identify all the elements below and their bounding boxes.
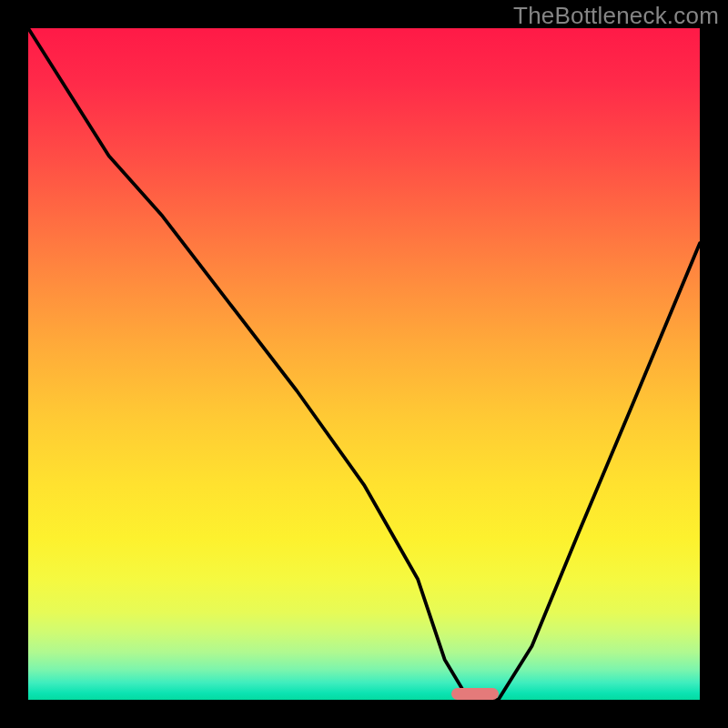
chart-container: TheBottleneck.com: [0, 0, 728, 728]
plot-area: [28, 28, 700, 700]
bottleneck-curve: [28, 28, 700, 700]
optimal-marker: [451, 688, 499, 700]
watermark-text: TheBottleneck.com: [513, 2, 719, 30]
